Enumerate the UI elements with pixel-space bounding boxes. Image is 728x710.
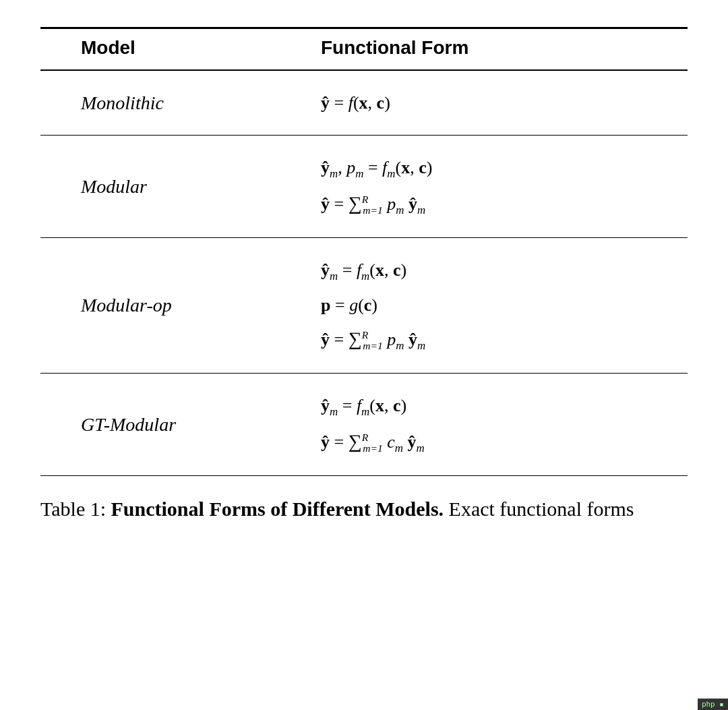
formula-block: ŷm, pm = fm(x, c) ŷ = ∑Rm=1 pm ŷm [321,154,674,218]
model-column-header: Model [40,28,267,71]
table-container: Model Functional Form Monolithic ŷ = f(x [40,27,688,476]
caption-prefix: Table 1: [40,498,111,520]
formula-line: ŷ = f(x, c) [321,90,674,116]
model-name-modular-op: Modular-op [40,238,267,374]
model-name-modular: Modular [40,136,267,238]
model-name-monolithic: Monolithic [40,70,267,136]
formula-text: ŷ = f(x, c) [321,93,390,113]
formula-block: ŷm = fm(x, c) p = g(c) ŷ = ∑Rm=1 pm ŷm [321,257,674,354]
formula-block: ŷm = fm(x, c) ŷ = ∑Rm=1 cm ŷm [321,392,674,456]
functional-form-column-header: Functional Form [267,28,688,71]
formula-block: ŷ = f(x, c) [321,90,674,116]
formula-cell-monolithic: ŷ = f(x, c) [267,70,688,136]
table-row: Modular ŷm, pm = fm(x, c) ŷ = ∑Rm=1 pm ŷ… [40,136,688,238]
formula-line-2: ŷ = ∑Rm=1 cm ŷm [321,427,674,457]
table-row: Modular-op ŷm = fm(x, c) p = g(c) [40,238,688,374]
model-name-gt-modular: GT-Modular [40,374,267,476]
formula-cell-gt-modular: ŷm = fm(x, c) ŷ = ∑Rm=1 cm ŷm [267,374,688,476]
formula-line-2: p = g(c) [321,292,674,318]
formula-cell-modular: ŷm, pm = fm(x, c) ŷ = ∑Rm=1 pm ŷm [267,136,688,238]
table-caption: Table 1: Functional Forms of Different M… [40,495,688,523]
formula-line-1: ŷm = fm(x, c) [321,392,674,421]
formula-line-2: ŷ = ∑Rm=1 pm ŷm [321,189,674,219]
formula-line-3: ŷ = ∑Rm=1 pm ŷm [321,325,674,355]
table-row: GT-Modular ŷm = fm(x, c) ŷ = ∑Rm=1 cm ŷm [40,374,688,476]
formula-line-1: ŷm, pm = fm(x, c) [321,154,674,183]
models-table: Model Functional Form Monolithic ŷ = f(x [40,27,688,476]
formula-cell-modular-op: ŷm = fm(x, c) p = g(c) ŷ = ∑Rm=1 pm ŷm [267,238,688,374]
status-bar: php ▪ [698,699,728,710]
table-header-row: Model Functional Form [40,28,688,71]
table-row: Monolithic ŷ = f(x, c) [40,70,688,136]
caption-normal: Exact functional forms [444,498,634,520]
formula-line-1: ŷm = fm(x, c) [321,257,674,285]
caption-bold: Functional Forms of Different Models. [111,498,444,520]
